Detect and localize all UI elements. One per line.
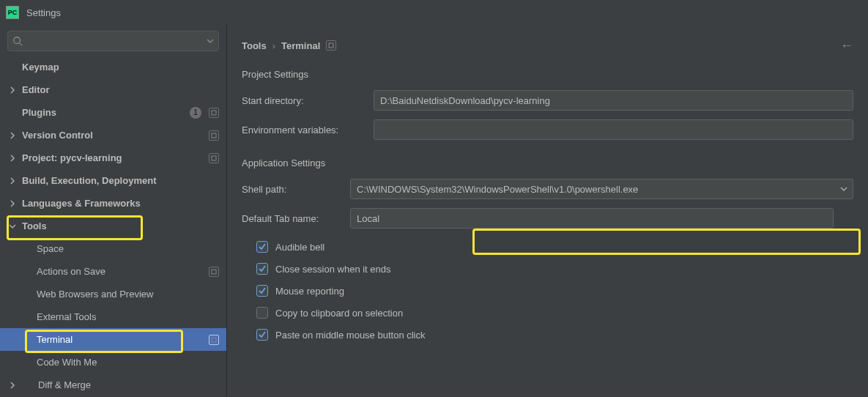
checkbox-label: Mouse reporting xyxy=(275,286,344,297)
svg-rect-6 xyxy=(212,338,216,342)
chevron-right-icon xyxy=(7,132,18,139)
section-project-settings: Project Settings xyxy=(227,66,868,86)
chevron-right-icon xyxy=(7,382,18,389)
settings-main: Tools › Terminal ← Project Settings Star… xyxy=(227,25,868,397)
start-directory-label: Start directory: xyxy=(242,95,374,106)
badge: 1 xyxy=(190,107,201,119)
sidebar-item-label: External Tools xyxy=(37,311,96,322)
svg-rect-3 xyxy=(212,133,216,138)
checkbox-box xyxy=(256,285,268,297)
svg-rect-2 xyxy=(212,111,216,115)
env-vars-field[interactable] xyxy=(374,119,853,140)
svg-rect-7 xyxy=(329,43,333,48)
search-icon xyxy=(12,36,23,46)
checkbox-box xyxy=(256,241,268,253)
chevron-down-icon[interactable] xyxy=(207,36,214,47)
section-application-settings: Application Settings xyxy=(227,155,868,174)
sidebar-item-label: Actions on Save xyxy=(37,266,105,277)
sidebar-item-actions-on-save[interactable]: Actions on Save xyxy=(0,260,226,283)
sidebar-item-label: Tools xyxy=(22,220,47,231)
checkbox-paste-on-middle-mouse-button-click[interactable]: Paste on middle mouse button click xyxy=(256,324,853,346)
checkbox-label: Close session when it ends xyxy=(275,264,391,275)
chevron-down-icon xyxy=(7,223,18,230)
svg-rect-5 xyxy=(212,270,216,274)
scope-icon xyxy=(209,108,219,118)
sidebar-item-label: Build, Execution, Deployment xyxy=(22,175,156,186)
checkbox-audible-bell[interactable]: Audible bell xyxy=(256,236,853,258)
shell-path-label: Shell path: xyxy=(242,184,350,195)
sidebar-item-label: Diff & Merge xyxy=(38,379,91,390)
search-input[interactable] xyxy=(7,31,219,51)
breadcrumb-seg-tools[interactable]: Tools xyxy=(242,40,267,51)
env-vars-label: Environment variables: xyxy=(242,125,374,136)
settings-sidebar: KeymapEditorPlugins1Version ControlProje… xyxy=(0,25,227,397)
scope-icon xyxy=(209,153,219,163)
sidebar-item-label: Editor xyxy=(22,84,50,95)
sidebar-item-build-execution-deployment[interactable]: Build, Execution, Deployment xyxy=(0,169,226,192)
sidebar-item-tools[interactable]: Tools xyxy=(0,215,226,237)
default-tab-label: Default Tab name: xyxy=(242,213,350,224)
sidebar-item-version-control[interactable]: Version Control xyxy=(0,124,226,146)
sidebar-item-label: Version Control xyxy=(22,130,93,141)
checkbox-copy-to-clipboard-on-selection[interactable]: Copy to clipboard on selection xyxy=(256,302,853,324)
back-arrow-icon[interactable]: ← xyxy=(840,38,853,53)
svg-rect-4 xyxy=(212,156,216,160)
shell-path-dropdown[interactable] xyxy=(834,179,853,199)
scope-icon xyxy=(209,335,219,345)
chevron-right-icon xyxy=(7,177,18,185)
checkbox-close-session-when-it-ends[interactable]: Close session when it ends xyxy=(256,258,853,280)
sidebar-item-space[interactable]: Space xyxy=(0,237,226,260)
sidebar-item-label: Terminal xyxy=(37,334,73,345)
reset-icon[interactable] xyxy=(326,40,336,51)
sidebar-item-diff-merge[interactable]: Diff & Merge xyxy=(0,374,226,396)
chevron-down-icon xyxy=(840,185,847,193)
chevron-right-icon xyxy=(7,86,18,94)
sidebar-item-languages-frameworks[interactable]: Languages & Frameworks xyxy=(0,192,226,215)
app-icon: PC xyxy=(6,6,19,19)
titlebar: PC Settings xyxy=(0,0,868,25)
window-title: Settings xyxy=(26,7,61,18)
chevron-right-icon xyxy=(7,155,18,162)
sidebar-item-project-pycv-learning[interactable]: Project: pycv-learning xyxy=(0,146,226,169)
sidebar-item-label: Space xyxy=(37,243,64,254)
checkbox-box xyxy=(256,307,268,319)
sidebar-item-terminal[interactable]: Terminal xyxy=(0,328,226,351)
checkbox-label: Copy to clipboard on selection xyxy=(275,308,403,319)
sidebar-item-label: Plugins xyxy=(22,107,56,118)
checkbox-group: Audible bellClose session when it endsMo… xyxy=(227,233,868,346)
sidebar-item-code-with-me[interactable]: Code With Me xyxy=(0,351,226,374)
sidebar-item-web-browsers-and-preview[interactable]: Web Browsers and Preview xyxy=(0,283,226,305)
sidebar-item-label: Languages & Frameworks xyxy=(22,198,141,209)
sidebar-item-label: Keymap xyxy=(22,62,59,73)
scope-icon xyxy=(209,267,219,277)
checkbox-label: Paste on middle mouse button click xyxy=(275,330,426,341)
sidebar-item-label: Code With Me xyxy=(37,357,97,368)
breadcrumb-seg-terminal[interactable]: Terminal xyxy=(281,40,320,51)
checkbox-label: Audible bell xyxy=(275,242,324,253)
settings-tree: KeymapEditorPlugins1Version ControlProje… xyxy=(0,56,226,397)
sidebar-item-label: Project: pycv-learning xyxy=(22,152,122,163)
sidebar-item-label: Web Browsers and Preview xyxy=(37,289,153,300)
sidebar-item-plugins[interactable]: Plugins1 xyxy=(0,101,226,124)
breadcrumb-sep: › xyxy=(272,40,275,51)
default-tab-field[interactable]: Local xyxy=(350,208,834,229)
checkbox-box xyxy=(256,329,268,341)
breadcrumb: Tools › Terminal ← xyxy=(227,25,868,66)
chevron-right-icon xyxy=(7,200,18,207)
checkbox-mouse-reporting[interactable]: Mouse reporting xyxy=(256,280,853,302)
svg-line-1 xyxy=(20,43,23,46)
svg-point-0 xyxy=(14,37,21,44)
sidebar-item-external-tools[interactable]: External Tools xyxy=(0,305,226,328)
checkbox-box xyxy=(256,263,268,275)
sidebar-item-keymap[interactable]: Keymap xyxy=(0,56,226,78)
start-directory-field[interactable]: D:\BaiduNetdiskDownload\pycv-learning xyxy=(374,90,853,111)
sidebar-item-editor[interactable]: Editor xyxy=(0,78,226,101)
scope-icon xyxy=(209,130,219,141)
shell-path-field[interactable]: C:\WINDOWS\System32\WindowsPowerShell\v1… xyxy=(350,179,837,199)
